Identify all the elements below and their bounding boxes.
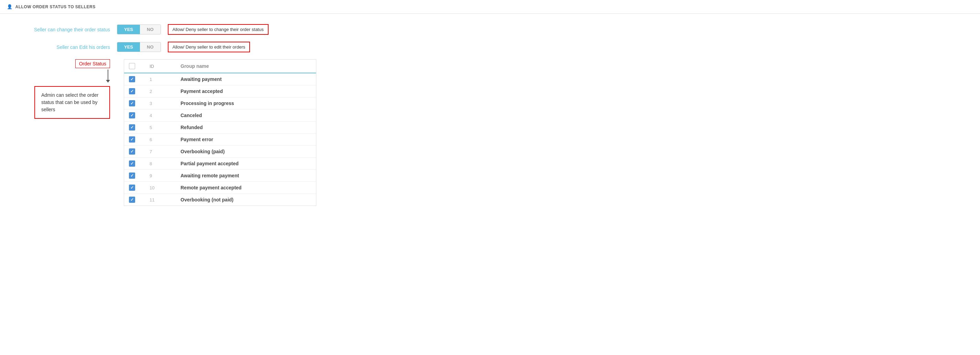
toggle-group-2: YES NO xyxy=(117,42,161,52)
table-header: ID Group name xyxy=(124,59,316,74)
row-checkbox[interactable]: ✓ xyxy=(129,100,135,106)
toggle-yes-2[interactable]: YES xyxy=(117,42,140,52)
row-group-name: Remote payment accepted xyxy=(181,185,242,190)
setting-label-1: Seller can change their order status xyxy=(21,27,110,32)
arrow-annotation xyxy=(106,70,110,83)
header-title: ALLOW ORDER STATUS TO SELLERS xyxy=(16,5,95,9)
header-checkbox-col xyxy=(129,63,136,69)
row-id: 8 xyxy=(150,161,167,166)
row-group-name: Canceled xyxy=(181,113,202,118)
row-checkbox-col: ✓ xyxy=(129,100,136,106)
row-id: 11 xyxy=(150,197,167,203)
order-status-label: Order Status xyxy=(75,59,110,68)
table-row: ✓11Overbooking (not paid) xyxy=(124,194,316,206)
table-row: ✓2Payment accepted xyxy=(124,85,316,98)
row-id: 2 xyxy=(150,89,167,94)
row-checkbox-col: ✓ xyxy=(129,185,136,191)
row-group-name: Payment error xyxy=(181,137,213,142)
person-icon: 👤 xyxy=(7,4,13,9)
row-checkbox[interactable]: ✓ xyxy=(129,76,135,82)
row-id: 3 xyxy=(150,101,167,106)
row-checkbox[interactable]: ✓ xyxy=(129,173,135,179)
admin-annotation: Admin can select the order status that c… xyxy=(34,86,110,119)
row-checkbox[interactable]: ✓ xyxy=(129,112,135,118)
toggle-no-2[interactable]: NO xyxy=(140,42,161,52)
table-row: ✓10Remote payment accepted xyxy=(124,182,316,194)
row-group-name: Overbooking (not paid) xyxy=(181,197,234,203)
table-row: ✓8Partial payment accepted xyxy=(124,158,316,170)
row-checkbox-col: ✓ xyxy=(129,136,136,142)
row-checkbox-col: ✓ xyxy=(129,160,136,167)
row-checkbox[interactable]: ✓ xyxy=(129,160,135,167)
row-checkbox-col: ✓ xyxy=(129,88,136,94)
table-row: ✓5Refunded xyxy=(124,122,316,134)
row-checkbox[interactable]: ✓ xyxy=(129,124,135,131)
table-row: ✓1Awaiting payment xyxy=(124,74,316,85)
setting-row-2: Seller can Edit his orders YES NO Allow/… xyxy=(21,42,959,52)
row-id: 5 xyxy=(150,125,167,130)
row-checkbox[interactable]: ✓ xyxy=(129,136,135,142)
row-checkbox-col: ✓ xyxy=(129,76,136,82)
header-group-name: Group name xyxy=(181,63,209,69)
row-group-name: Processing in progress xyxy=(181,101,234,106)
table-row: ✓3Processing in progress xyxy=(124,98,316,109)
tooltip-change-status: Allow/ Deny seller to change their order… xyxy=(168,24,269,35)
toggle-no-1[interactable]: NO xyxy=(140,25,161,34)
header-checkbox[interactable] xyxy=(129,63,135,69)
row-group-name: Awaiting remote payment xyxy=(181,173,239,178)
status-table: ID Group name ✓1Awaiting payment✓2Paymen… xyxy=(124,59,317,206)
table-row: ✓4Canceled xyxy=(124,109,316,122)
setting-label-2: Seller can Edit his orders xyxy=(21,45,110,50)
row-checkbox[interactable]: ✓ xyxy=(129,88,135,94)
arrow-line xyxy=(108,70,108,80)
row-checkbox-col: ✓ xyxy=(129,112,136,118)
main-content: Seller can change their order status YES… xyxy=(0,14,980,216)
row-checkbox[interactable]: ✓ xyxy=(129,149,135,155)
row-checkbox[interactable]: ✓ xyxy=(129,185,135,191)
toggle-yes-1[interactable]: YES xyxy=(117,25,140,34)
table-body: ✓1Awaiting payment✓2Payment accepted✓3Pr… xyxy=(124,74,316,206)
row-checkbox-col: ✓ xyxy=(129,197,136,203)
row-group-name: Payment accepted xyxy=(181,88,223,94)
row-id: 6 xyxy=(150,137,167,142)
row-group-name: Partial payment accepted xyxy=(181,161,239,166)
row-checkbox-col: ✓ xyxy=(129,173,136,179)
arrow-head xyxy=(106,80,110,83)
page-header: 👤 ALLOW ORDER STATUS TO SELLERS xyxy=(0,0,980,14)
row-id: 1 xyxy=(150,77,167,82)
row-id: 10 xyxy=(150,185,167,190)
table-row: ✓6Payment error xyxy=(124,134,316,146)
row-checkbox[interactable]: ✓ xyxy=(129,197,135,203)
header-id: ID xyxy=(150,64,167,69)
row-id: 9 xyxy=(150,173,167,178)
row-id: 7 xyxy=(150,149,167,154)
toggle-group-1: YES NO xyxy=(117,24,161,34)
row-checkbox-col: ✓ xyxy=(129,149,136,155)
tooltip-edit-orders: Allow/ Deny seller to edit their orders xyxy=(168,42,250,52)
order-status-section: Order Status Admin can select the order … xyxy=(21,59,959,206)
row-group-name: Refunded xyxy=(181,125,203,130)
row-group-name: Awaiting payment xyxy=(181,77,222,82)
table-row: ✓9Awaiting remote payment xyxy=(124,170,316,182)
row-group-name: Overbooking (paid) xyxy=(181,149,224,154)
setting-row-1: Seller can change their order status YES… xyxy=(21,24,959,35)
table-row: ✓7Overbooking (paid) xyxy=(124,146,316,158)
row-id: 4 xyxy=(150,113,167,118)
order-status-left: Order Status Admin can select the order … xyxy=(21,59,110,119)
row-checkbox-col: ✓ xyxy=(129,124,136,131)
